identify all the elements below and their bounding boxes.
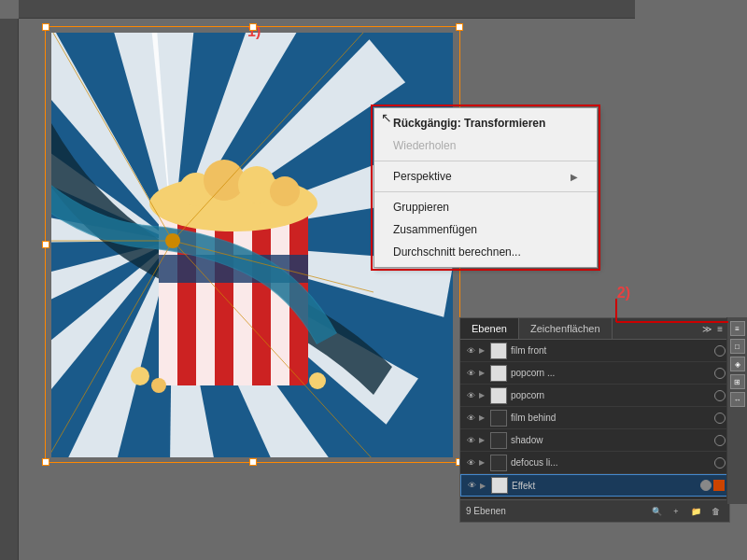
footer-folder-icon[interactable]: 📁: [689, 505, 702, 518]
layer-name-popcorn1: popcorn: [511, 390, 712, 400]
layer-thumb-popcorn1: [490, 387, 507, 404]
layer-arrow-popcorn2: ▶: [479, 369, 488, 377]
cursor-arrow: ↖: [381, 110, 392, 121]
layer-item-film-front[interactable]: 👁 ▶ film front: [460, 340, 729, 362]
svg-point-28: [131, 367, 149, 385]
layer-item-popcorn1[interactable]: 👁 ▶ popcorn: [460, 385, 729, 407]
layer-item-shadow[interactable]: 👁 ▶ shadow: [460, 429, 729, 452]
tab-ebenen[interactable]: Ebenen: [460, 318, 519, 339]
annotation-2: 2): [617, 285, 630, 301]
footer-delete-icon[interactable]: 🗑: [709, 505, 722, 518]
layer-name-shadow: shadow: [511, 435, 712, 445]
layer-circle-film-behind: [714, 413, 726, 424]
handle-bl[interactable]: [42, 458, 49, 466]
layer-thumb-shadow: [490, 432, 507, 449]
svg-point-26: [238, 166, 275, 203]
tool-transform-btn[interactable]: ↔: [730, 392, 745, 407]
layer-arrow-film-behind: ▶: [479, 413, 488, 422]
layer-circle-popcorn1: [714, 390, 726, 401]
layer-item-film-behind[interactable]: 👁 ▶ film behind: [460, 407, 729, 429]
context-menu-item-merge[interactable]: Zusammenfügen: [374, 218, 597, 241]
tab-icon-options[interactable]: ≡: [714, 324, 726, 334]
layer-name-defocus: defocus li...: [511, 457, 712, 468]
tool-panel: ≡ □ ◈ ⊞ ↔: [726, 317, 747, 504]
layers-count: 9 Ebenen: [466, 506, 506, 516]
context-menu-item-redo: Wiederholen: [374, 134, 597, 157]
layer-eye-effekt[interactable]: 👁: [465, 479, 478, 492]
layer-item-popcorn2[interactable]: 👁 ▶ popcorn ...: [460, 362, 729, 385]
tool-artboards-btn[interactable]: □: [730, 339, 745, 354]
separator-2: [374, 191, 597, 192]
context-menu-item-group[interactable]: Gruppieren: [374, 196, 597, 218]
layers-list: 👁 ▶ film front 👁 ▶ popcorn ... 👁 ▶ popco…: [460, 340, 729, 497]
tool-swatches-btn[interactable]: ◈: [730, 357, 745, 371]
layer-circle-popcorn2: [714, 368, 726, 379]
layer-thumb-film-front: [490, 343, 507, 359]
layers-footer: 9 Ebenen 🔍 + 📁 🗑: [460, 499, 729, 522]
layer-eye-film-behind[interactable]: 👁: [464, 412, 477, 425]
layers-tabs: Ebenen Zeichenflächen ≫ ≡: [460, 318, 729, 340]
layer-thumb-popcorn2: [490, 365, 507, 382]
tool-align-btn[interactable]: ⊞: [730, 374, 745, 389]
layer-name-film-front: film front: [511, 345, 712, 356]
footer-search-icon[interactable]: 🔍: [650, 505, 663, 518]
arrow-right-icon: ▶: [571, 172, 578, 182]
layer-arrow-popcorn1: ▶: [479, 391, 488, 399]
layer-name-popcorn2: popcorn ...: [511, 368, 712, 378]
layer-item-defocus[interactable]: 👁 ▶ defocus li...: [460, 452, 729, 474]
context-menu-item-perspective[interactable]: Perspektive ▶: [374, 165, 597, 188]
handle-tr[interactable]: [456, 23, 463, 31]
layer-arrow-film-front: ▶: [479, 346, 488, 355]
layer-arrow-effekt: ▶: [480, 482, 489, 490]
layer-eye-shadow[interactable]: 👁: [464, 434, 477, 447]
tab-icon-menu[interactable]: ≫: [699, 324, 714, 334]
layer-color-effekt: [713, 480, 725, 491]
layer-circle-shadow: [714, 435, 726, 446]
handle-tl[interactable]: [42, 23, 49, 31]
context-menu-item-undo[interactable]: Rückgängig: Transformieren: [374, 112, 597, 134]
ruler-left: [0, 19, 19, 560]
tool-layers-btn[interactable]: ≡: [730, 321, 745, 336]
layer-eye-popcorn1[interactable]: 👁: [464, 389, 477, 402]
layer-arrow-defocus: ▶: [479, 458, 488, 467]
layer-circle-film-front: [714, 345, 726, 357]
svg-point-25: [204, 160, 245, 201]
layer-circle-effekt: [700, 480, 712, 491]
tab-icons: ≫ ≡: [699, 318, 729, 339]
layer-thumb-defocus: [490, 455, 507, 471]
layer-name-film-behind: film behind: [511, 413, 712, 423]
layer-circle-defocus: [714, 457, 726, 469]
handle-bm[interactable]: [249, 458, 257, 466]
layer-eye-film-front[interactable]: 👁: [464, 344, 477, 357]
layer-arrow-shadow: ▶: [479, 436, 488, 444]
svg-point-30: [309, 372, 326, 389]
layers-panel: Ebenen Zeichenflächen ≫ ≡ 👁 ▶ film front…: [459, 317, 730, 523]
layer-name-effekt: Effekt: [512, 481, 698, 491]
separator-1: [374, 161, 597, 161]
layer-eye-defocus[interactable]: 👁: [464, 456, 477, 469]
context-menu-item-intersect[interactable]: Durchschnitt berechnen...: [374, 241, 597, 263]
layer-item-effekt[interactable]: 👁 ▶ Effekt: [460, 474, 729, 497]
layer-thumb-film-behind: [490, 410, 507, 427]
svg-point-27: [270, 176, 300, 206]
annotation-1: 1): [247, 23, 261, 40]
context-menu: Rückgängig: Transformieren Wiederholen P…: [374, 107, 598, 268]
handle-ml[interactable]: [42, 241, 49, 248]
svg-point-29: [151, 378, 166, 393]
layer-eye-popcorn2[interactable]: 👁: [464, 367, 477, 380]
tab-zeichenflaechen[interactable]: Zeichenflächen: [519, 318, 613, 339]
footer-new-icon[interactable]: +: [669, 505, 683, 518]
ruler-top: [19, 0, 635, 19]
layer-thumb-effekt: [491, 477, 508, 494]
